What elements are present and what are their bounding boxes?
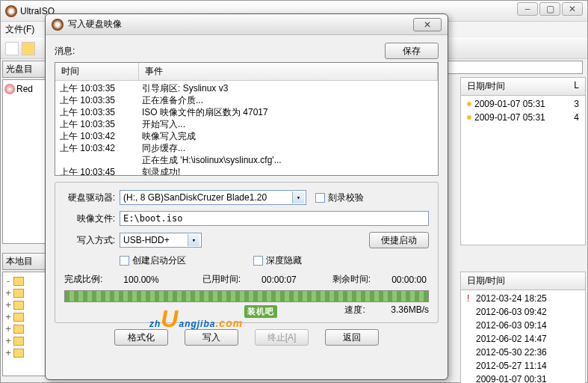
folder-icon bbox=[13, 325, 24, 334]
remain-value: 00:00:00 bbox=[392, 275, 427, 285]
dialog-title: 写入硬盘映像 bbox=[68, 18, 122, 31]
drive-value: (H:, 8 GB)SanDiskCruzer Blade1.20 bbox=[123, 192, 267, 203]
elapsed-value: 00:00:07 bbox=[261, 275, 297, 285]
log-event: 同步缓存... bbox=[142, 142, 185, 154]
tree-item[interactable]: Red bbox=[4, 83, 43, 95]
message-label: 消息: bbox=[55, 45, 385, 58]
checkbox-icon bbox=[315, 193, 325, 203]
menu-file[interactable]: 文件(F) bbox=[5, 24, 34, 34]
list-row[interactable]: 2009-01-07 05:314 bbox=[461, 111, 585, 124]
list-row[interactable]: 2009-01-07 05:313 bbox=[461, 97, 585, 111]
folder-icon bbox=[13, 349, 24, 358]
image-label: 映像文件: bbox=[64, 212, 120, 225]
log-event: 刻录成功! bbox=[142, 166, 180, 176]
settings-group: 硬盘驱动器: (H:, 8 GB)SanDiskCruzer Blade1.20… bbox=[55, 182, 439, 323]
write-disk-image-dialog: 写入硬盘映像 ✕ 消息: 保存 时间 事件 上午 10:03:35引导扇区: S… bbox=[45, 13, 448, 380]
local-tree[interactable]: - + + + + + + bbox=[2, 272, 46, 376]
remain-label: 剩余时间: bbox=[332, 273, 371, 286]
list-row[interactable]: 2009-01-07 00:31 bbox=[461, 373, 585, 383]
close-button[interactable]: ✕ bbox=[562, 2, 583, 16]
log-event: 引导扇区: Syslinux v3 bbox=[142, 82, 228, 94]
col-date[interactable]: 日期/时间 bbox=[467, 275, 579, 287]
log-time: 上午 10:03:35 bbox=[60, 118, 142, 130]
deep-hide-checkbox[interactable]: 深度隐藏 bbox=[253, 254, 302, 267]
done-label: 完成比例: bbox=[64, 273, 102, 286]
disc-tree-label: 光盘目 bbox=[2, 61, 46, 78]
app-icon bbox=[5, 5, 17, 17]
list-row[interactable]: 2012-05-30 22:36 bbox=[461, 346, 585, 359]
dialog-close-button[interactable]: ✕ bbox=[413, 18, 442, 31]
maximize-button[interactable]: ▢ bbox=[539, 2, 560, 16]
speed-value: 3.36MB/s bbox=[391, 304, 429, 315]
log-row[interactable]: 上午 10:03:35引导扇区: Syslinux v3 bbox=[55, 82, 438, 94]
col-date[interactable]: 日期/时间 bbox=[467, 80, 574, 93]
log-row[interactable]: 上午 10:03:35正在准备介质... bbox=[55, 94, 438, 106]
verify-checkbox[interactable]: 刻录校验 bbox=[315, 192, 364, 204]
drive-label: 硬盘驱动器: bbox=[64, 192, 120, 204]
speed-label: 速度: bbox=[344, 304, 365, 315]
log-event: ISO 映像文件的扇区数为 47017 bbox=[142, 106, 268, 118]
method-label: 写入方式: bbox=[64, 234, 120, 247]
list-header[interactable]: 日期/时间 bbox=[460, 272, 586, 290]
verify-label: 刻录校验 bbox=[328, 192, 364, 204]
folder-icon bbox=[13, 313, 24, 322]
log-row[interactable]: 上午 10:03:42映像写入完成 bbox=[55, 130, 438, 142]
open-icon[interactable] bbox=[22, 42, 35, 55]
progress-bar bbox=[64, 290, 429, 302]
list-row[interactable]: 2012-06-02 14:47 bbox=[461, 332, 585, 346]
save-button[interactable]: 保存 bbox=[385, 43, 439, 59]
minimize-button[interactable]: – bbox=[517, 2, 538, 16]
method-value: USB-HDD+ bbox=[123, 235, 170, 245]
file-list-bottom: 日期/时间 !2012-03-24 18:252012-06-03 09:422… bbox=[460, 272, 586, 383]
disc-icon bbox=[4, 84, 15, 94]
log-row[interactable]: 上午 10:03:35开始写入... bbox=[55, 118, 438, 130]
return-button[interactable]: 返回 bbox=[325, 329, 379, 346]
list-header[interactable]: 日期/时间 L bbox=[460, 77, 586, 96]
log-col-time[interactable]: 时间 bbox=[55, 63, 139, 80]
list-body[interactable]: 2009-01-07 05:3132009-01-07 05:314 bbox=[460, 96, 586, 245]
elapsed-label: 已用时间: bbox=[202, 273, 241, 286]
log-row[interactable]: 正在生成 'H:\isolinux\syslinux.cfg'... bbox=[55, 154, 438, 166]
log-row[interactable]: 上午 10:03:42同步缓存... bbox=[55, 142, 438, 154]
deep-hide-label: 深度隐藏 bbox=[266, 254, 302, 267]
dialog-titlebar[interactable]: 写入硬盘映像 ✕ bbox=[46, 14, 448, 35]
progress-fill bbox=[65, 291, 428, 301]
image-file-field[interactable] bbox=[120, 211, 429, 226]
drive-combo[interactable]: (H:, 8 GB)SanDiskCruzer Blade1.20 bbox=[120, 190, 306, 205]
log-row[interactable]: 上午 10:03:45刻录成功! bbox=[55, 166, 438, 176]
col-l[interactable]: L bbox=[574, 80, 579, 93]
checkbox-icon bbox=[120, 256, 129, 266]
local-tree-label: 本地目 bbox=[2, 253, 46, 270]
disc-tree[interactable]: Red bbox=[2, 79, 46, 244]
format-button[interactable]: 格式化 bbox=[114, 329, 168, 346]
log-event: 开始写入... bbox=[142, 118, 185, 130]
log-time bbox=[60, 154, 142, 166]
create-partition-checkbox[interactable]: 创建启动分区 bbox=[120, 254, 186, 267]
list-row[interactable]: 2012-06-03 09:42 bbox=[461, 305, 585, 319]
log-time: 上午 10:03:35 bbox=[60, 82, 142, 94]
list-body[interactable]: !2012-03-24 18:252012-06-03 09:422012-06… bbox=[460, 290, 586, 383]
done-value: 100.00% bbox=[123, 275, 158, 285]
write-method-combo[interactable]: USB-HDD+ bbox=[120, 233, 202, 248]
list-row[interactable]: 2012-06-03 09:14 bbox=[461, 319, 585, 332]
new-icon[interactable] bbox=[5, 42, 19, 55]
log-list[interactable]: 时间 事件 上午 10:03:35引导扇区: Syslinux v3上午 10:… bbox=[55, 62, 439, 176]
log-event: 正在生成 'H:\isolinux\syslinux.cfg'... bbox=[142, 154, 282, 166]
write-button[interactable]: 写入 bbox=[185, 329, 238, 346]
folder-icon bbox=[13, 337, 24, 346]
log-time: 上午 10:03:42 bbox=[60, 130, 142, 142]
log-col-event[interactable]: 事件 bbox=[139, 63, 438, 80]
abort-button: 终止[A] bbox=[255, 329, 309, 346]
log-time: 上午 10:03:42 bbox=[60, 142, 142, 154]
file-list-top: 日期/时间 L 2009-01-07 05:3132009-01-07 05:3… bbox=[460, 77, 586, 245]
list-row[interactable]: 2012-05-27 11:14 bbox=[461, 359, 585, 373]
log-row[interactable]: 上午 10:03:35ISO 映像文件的扇区数为 47017 bbox=[55, 106, 438, 118]
log-time: 上午 10:03:35 bbox=[60, 94, 142, 106]
side-panel: 光盘目 Red 本地目 - + + + + + + bbox=[2, 61, 46, 376]
log-time: 上午 10:03:45 bbox=[60, 166, 142, 176]
quickboot-button[interactable]: 便捷启动 bbox=[369, 232, 429, 248]
log-event: 映像写入完成 bbox=[142, 130, 196, 142]
folder-icon bbox=[13, 289, 24, 298]
list-row[interactable]: !2012-03-24 18:25 bbox=[461, 292, 585, 305]
log-time: 上午 10:03:35 bbox=[60, 106, 142, 118]
